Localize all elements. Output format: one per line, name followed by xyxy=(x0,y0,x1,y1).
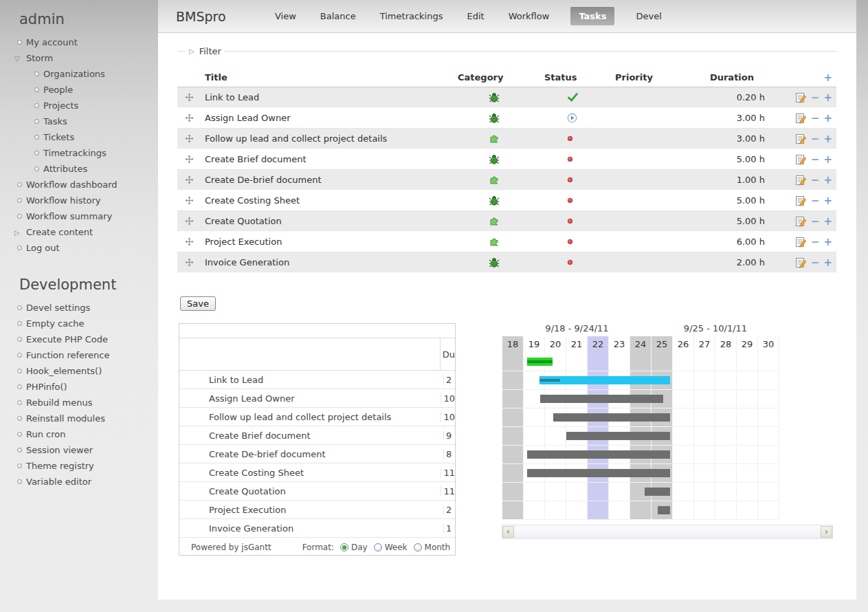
tab-view[interactable]: View xyxy=(272,7,299,25)
remove-task-button[interactable]: − xyxy=(811,134,820,144)
sidebar-item-workflow-history[interactable]: Workflow history xyxy=(0,193,158,208)
drag-handle[interactable] xyxy=(177,196,201,205)
sidebar-item-create-content[interactable]: ▷Create content xyxy=(0,224,158,240)
sidebar-item-theme-registry[interactable]: Theme registry xyxy=(0,458,158,474)
sidebar-item-empty-cache[interactable]: Empty cache xyxy=(0,316,158,331)
task-duration: 2.00 h xyxy=(706,257,783,267)
add-subtask-button[interactable]: + xyxy=(823,155,832,164)
tab-devel[interactable]: Devel xyxy=(633,7,664,25)
bullet-icon xyxy=(17,400,22,405)
table-row: Create De-brief document1.00 h−+ xyxy=(177,170,836,190)
tab-workflow[interactable]: Workflow xyxy=(506,7,553,25)
remove-task-button[interactable]: − xyxy=(811,196,820,206)
drag-handle[interactable] xyxy=(177,113,201,122)
sidebar-item-function-reference[interactable]: Function reference xyxy=(0,347,158,363)
gantt-bar-link-to-lead xyxy=(527,358,553,366)
filter-toggle[interactable]: ▷ Filter xyxy=(177,46,836,56)
sidebar-item-run-cron[interactable]: Run cron xyxy=(0,426,158,442)
sidebar-item-storm[interactable]: ▽Storm xyxy=(0,50,158,66)
add-subtask-button[interactable]: + xyxy=(823,113,832,123)
status-open-icon xyxy=(567,259,573,265)
bullet-icon xyxy=(17,463,22,468)
remove-task-button[interactable]: − xyxy=(811,237,820,247)
sidebar-item-attributes[interactable]: Attributes xyxy=(0,161,158,177)
remove-task-button[interactable]: − xyxy=(811,217,820,226)
save-button[interactable]: Save xyxy=(180,296,216,311)
edit-task-icon[interactable] xyxy=(795,216,807,227)
drag-handle[interactable] xyxy=(177,134,201,143)
tab-edit[interactable]: Edit xyxy=(465,7,487,25)
add-subtask-button[interactable]: + xyxy=(823,237,832,247)
bullet-icon xyxy=(17,321,22,326)
sidebar-item-tickets[interactable]: Tickets xyxy=(0,129,158,145)
task-duration: 3.00 h xyxy=(706,113,783,123)
tab-tasks[interactable]: Tasks xyxy=(570,7,614,25)
sidebar-item-projects[interactable]: Projects xyxy=(0,98,158,113)
edit-task-icon[interactable] xyxy=(795,237,807,248)
drag-handle[interactable] xyxy=(177,155,201,164)
sidebar-item-reinstall-modules[interactable]: Reinstall modules xyxy=(0,411,158,426)
sidebar-item-timetrackings[interactable]: Timetrackings xyxy=(0,145,158,161)
column-status: Status xyxy=(535,72,606,83)
scroll-left-button[interactable]: ‹ xyxy=(502,526,514,538)
drag-handle[interactable] xyxy=(177,258,201,267)
add-subtask-button[interactable]: + xyxy=(823,93,832,102)
remove-task-button[interactable]: − xyxy=(811,175,820,185)
powered-by-jsgantt: Powered by jsGantt xyxy=(191,543,271,552)
sidebar-item-hook-elements[interactable]: Hook_elements() xyxy=(0,363,158,379)
sidebar-item-log-out[interactable]: Log out xyxy=(0,240,158,256)
drag-handle[interactable] xyxy=(177,237,201,246)
sidebar-item-tasks[interactable]: Tasks xyxy=(0,113,158,129)
bullet-icon xyxy=(17,384,22,389)
sidebar-item-workflow-summary[interactable]: Workflow summary xyxy=(0,208,158,224)
edit-task-icon[interactable] xyxy=(795,257,807,268)
sidebar-item-people[interactable]: People xyxy=(0,82,158,98)
gantt-task-row: Create Costing Sheet11 xyxy=(179,463,455,482)
remove-task-button[interactable]: − xyxy=(811,155,820,164)
format-label: Format: xyxy=(302,543,334,552)
sidebar-item-phpinfo[interactable]: PHPinfo() xyxy=(0,379,158,395)
scroll-right-button[interactable]: › xyxy=(821,526,832,538)
drag-handle[interactable] xyxy=(177,217,201,226)
edit-task-icon[interactable] xyxy=(795,113,807,124)
sidebar-item-variable-editor[interactable]: Variable editor xyxy=(0,474,158,490)
sidebar-item-rebuild-menus[interactable]: Rebuild menus xyxy=(0,395,158,411)
sidebar-item-organizations[interactable]: Organizations xyxy=(0,66,158,82)
sidebar-item-devel-settings[interactable]: Devel settings xyxy=(0,300,158,316)
sidebar-item-workflow-dashboard[interactable]: Workflow dashboard xyxy=(0,177,158,193)
brand-title: BMSpro xyxy=(176,9,253,24)
radio-icon[interactable] xyxy=(340,543,348,551)
sidebar-item-session-viewer[interactable]: Session viewer xyxy=(0,442,158,458)
edit-task-icon[interactable] xyxy=(795,133,807,144)
radio-icon[interactable] xyxy=(414,543,422,551)
tab-balance[interactable]: Balance xyxy=(318,7,359,25)
edit-task-icon[interactable] xyxy=(795,195,807,206)
sidebar-item-my-account[interactable]: My account xyxy=(0,34,158,50)
radio-icon[interactable] xyxy=(374,543,382,551)
add-subtask-button[interactable]: + xyxy=(823,175,832,185)
format-option-month[interactable]: Month xyxy=(414,543,451,552)
format-option-day[interactable]: Day xyxy=(340,543,368,552)
add-subtask-button[interactable]: + xyxy=(823,258,832,267)
gantt-scrollbar[interactable]: ‹ › xyxy=(502,525,833,539)
bullet-icon xyxy=(17,245,22,250)
add-subtask-button[interactable]: + xyxy=(823,134,832,144)
add-subtask-button[interactable]: + xyxy=(823,196,832,206)
remove-task-button[interactable]: − xyxy=(811,113,820,123)
remove-task-button[interactable]: − xyxy=(811,258,820,267)
gantt-day-header: 18192021222324252627282930 xyxy=(502,336,779,353)
gantt-task-list: Du Link to Lead2Assign Lead Owner10Follo… xyxy=(179,323,456,556)
edit-task-icon[interactable] xyxy=(795,154,807,165)
gantt-task-name: Create Quotation xyxy=(179,486,441,496)
drag-handle[interactable] xyxy=(177,175,201,184)
add-subtask-button[interactable]: + xyxy=(823,217,832,226)
edit-task-icon[interactable] xyxy=(795,175,807,186)
format-option-week[interactable]: Week xyxy=(374,543,408,552)
gantt-task-row: Link to Lead2 xyxy=(179,371,455,389)
tab-timetrackings[interactable]: Timetrackings xyxy=(377,7,446,25)
add-task-button[interactable]: + xyxy=(823,73,832,83)
edit-task-icon[interactable] xyxy=(795,92,807,103)
remove-task-button[interactable]: − xyxy=(811,93,820,102)
sidebar-item-execute-php-code[interactable]: Execute PHP Code xyxy=(0,331,158,347)
drag-handle[interactable] xyxy=(177,93,201,102)
